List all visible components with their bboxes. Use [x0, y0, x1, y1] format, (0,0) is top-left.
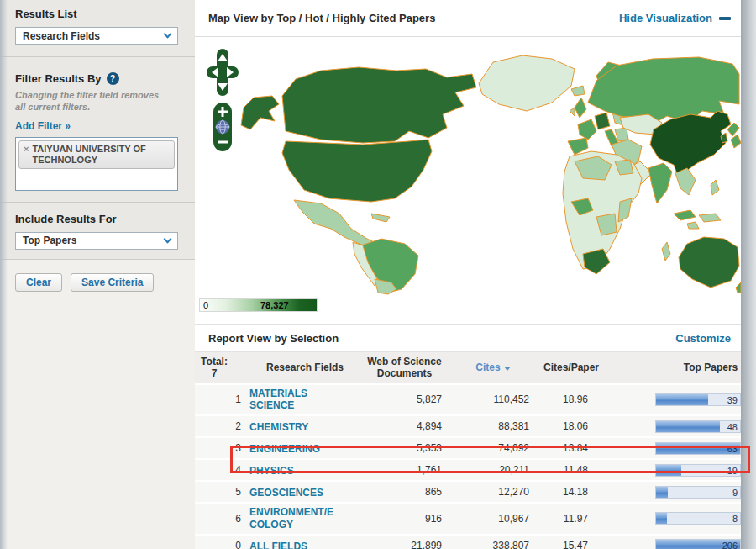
- report-table: Total: 7 Research Fields Web of Science …: [195, 351, 741, 549]
- cites-value: 12,270: [449, 486, 538, 498]
- top-papers-bar: 63: [655, 442, 741, 455]
- world-map[interactable]: [195, 37, 741, 296]
- map-view-title: Map View by Top / Hot / Highly Cited Pap…: [208, 12, 619, 24]
- country-madagascar: [662, 242, 670, 261]
- cites-value: 20,211: [449, 464, 538, 476]
- field-link[interactable]: ENGINEERING: [249, 443, 320, 455]
- filter-box[interactable]: × TAIYUAN UNIVERSITY OF TECHNOLOGY: [15, 137, 178, 191]
- remove-filter-icon[interactable]: ×: [24, 144, 29, 155]
- filter-results-by-label: Filter Results By: [15, 72, 102, 85]
- docs-value: 5,827: [360, 393, 449, 405]
- filter-note: Changing the filter field removes all cu…: [15, 90, 166, 113]
- table-header-row: Total: 7 Research Fields Web of Science …: [195, 351, 741, 385]
- field-link[interactable]: ENVIRONMENT/ECOLOGY: [249, 506, 333, 531]
- cites-value: 88,381: [449, 420, 538, 432]
- country-indonesia-1: [674, 210, 696, 220]
- total-value: 7: [195, 367, 234, 379]
- actions-section: Clear Save Criteria: [0, 260, 195, 549]
- region-southeast-asia: [675, 168, 696, 195]
- country-canada: [282, 67, 476, 143]
- cites-value: 110,452: [449, 393, 538, 405]
- page-right-edge: [741, 0, 756, 549]
- country-philippines: [711, 180, 719, 195]
- country-cuba: [371, 214, 390, 222]
- top-papers-value: 9: [732, 488, 738, 498]
- top-papers-value: 63: [727, 444, 738, 454]
- field-link[interactable]: ALL FIELDS: [249, 541, 307, 549]
- cites-per-paper-value: 14.18: [538, 486, 605, 498]
- col-header-top-papers: Top Papers: [605, 362, 741, 373]
- filter-tag-label: TAIYUAN UNIVERSITY OF TECHNOLOGY: [32, 144, 170, 166]
- top-papers-bar: 8: [655, 512, 741, 525]
- region-balkans: [615, 128, 628, 141]
- country-germany: [595, 113, 610, 129]
- row-rank: 3: [195, 442, 249, 454]
- col-header-cites[interactable]: Cites: [449, 362, 538, 373]
- cites-value: 338,807: [449, 540, 538, 549]
- table-row: 6 ENVIRONMENT/ECOLOGY 916 10,967 11.97 8: [195, 504, 741, 535]
- field-link[interactable]: CHEMISTRY: [249, 421, 308, 433]
- include-results-dropdown[interactable]: Top Papers: [15, 232, 178, 250]
- cites-per-paper-value: 11.97: [538, 513, 605, 525]
- results-list-section: Results List Research Fields: [0, 0, 195, 57]
- cites-per-paper-value: 11.48: [538, 464, 605, 476]
- hide-visualization-link[interactable]: Hide Visualization: [619, 12, 731, 24]
- row-rank: 4: [195, 464, 249, 476]
- top-papers-bar: 48: [655, 420, 741, 433]
- top-papers-value: 8: [732, 514, 738, 524]
- cites-per-paper-value: 15.47: [538, 540, 605, 549]
- customize-link[interactable]: Customize: [675, 332, 731, 345]
- cites-per-paper-value: 13.84: [538, 442, 605, 454]
- map-zoom-control[interactable]: [213, 103, 232, 151]
- country-greenland: [479, 55, 575, 111]
- docs-value: 865: [360, 486, 449, 498]
- collapse-minus-icon: [719, 17, 731, 20]
- docs-value: 916: [360, 513, 449, 525]
- docs-value: 21,899: [360, 540, 449, 549]
- country-ireland: [570, 108, 575, 116]
- chevron-down-icon: [164, 235, 172, 243]
- top-papers-value: 48: [727, 422, 738, 432]
- field-link[interactable]: PHYSICS: [249, 465, 294, 477]
- country-indonesia-2: [699, 214, 721, 222]
- field-link[interactable]: MATERIALS SCIENCE: [249, 388, 333, 412]
- row-rank: 0: [195, 540, 249, 549]
- clear-button[interactable]: Clear: [15, 273, 62, 292]
- col-header-cites-per-paper: Cites/Paper: [538, 362, 605, 373]
- choropleth-map-svg: [195, 37, 741, 296]
- map-header: Map View by Top / Hot / Highly Cited Pap…: [195, 0, 741, 37]
- filter-section: Filter Results By ? Changing the filter …: [0, 57, 195, 203]
- cites-per-paper-value: 18.06: [538, 420, 605, 432]
- results-list-value: Research Fields: [23, 30, 165, 42]
- docs-value: 5,353: [360, 442, 449, 454]
- field-link[interactable]: GEOSCIENCES: [249, 487, 323, 499]
- country-australia: [679, 237, 739, 288]
- table-row-highlighted: 4 PHYSICS 1,761 20,211 11.48 19: [195, 460, 741, 482]
- country-india: [648, 163, 672, 203]
- add-filter-link[interactable]: Add Filter »: [15, 120, 71, 132]
- help-icon[interactable]: ?: [107, 72, 119, 85]
- main-pane: Map View by Top / Hot / Highly Cited Pap…: [195, 0, 741, 549]
- save-criteria-button[interactable]: Save Criteria: [71, 273, 154, 292]
- table-row: 3 ENGINEERING 5,353 74,092 13.84 63: [195, 438, 741, 460]
- map-pan-control[interactable]: [207, 49, 239, 96]
- row-rank: 6: [195, 513, 249, 525]
- include-results-value: Top Papers: [23, 235, 165, 246]
- region-east-africa: [618, 198, 632, 222]
- top-papers-value: 19: [727, 466, 738, 476]
- map-controls: [207, 49, 239, 151]
- table-row: 2 CHEMISTRY 4,894 88,381 18.06 48: [195, 416, 741, 438]
- col-header-documents: Web of Science Documents: [360, 356, 449, 380]
- col-header-research-fields: Research Fields: [249, 362, 360, 373]
- results-list-dropdown[interactable]: Research Fields: [15, 27, 178, 45]
- cites-value: 74,092: [449, 442, 538, 454]
- include-results-section: Include Results For Top Papers: [0, 203, 195, 260]
- country-france: [578, 119, 596, 140]
- table-row: 1 MATERIALS SCIENCE 5,827 110,452 18.96 …: [195, 385, 741, 416]
- filter-tag[interactable]: × TAIYUAN UNIVERSITY OF TECHNOLOGY: [18, 140, 175, 169]
- country-spain: [568, 138, 588, 155]
- include-results-label: Include Results For: [15, 213, 180, 225]
- top-papers-bar: 19: [655, 464, 741, 477]
- top-papers-value: 206: [722, 541, 738, 549]
- country-usa: [282, 140, 432, 202]
